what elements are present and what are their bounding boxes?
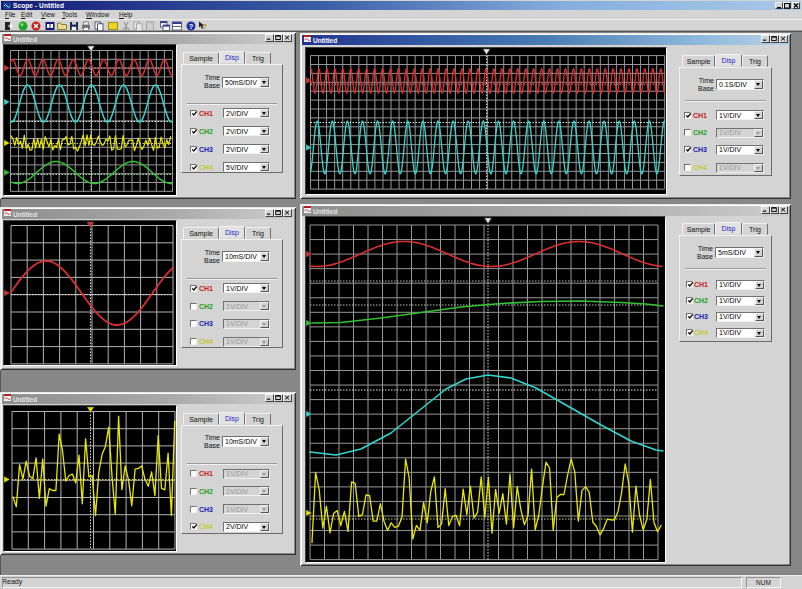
svg-text:?: ? xyxy=(203,23,207,30)
svg-text:?: ? xyxy=(189,22,194,31)
